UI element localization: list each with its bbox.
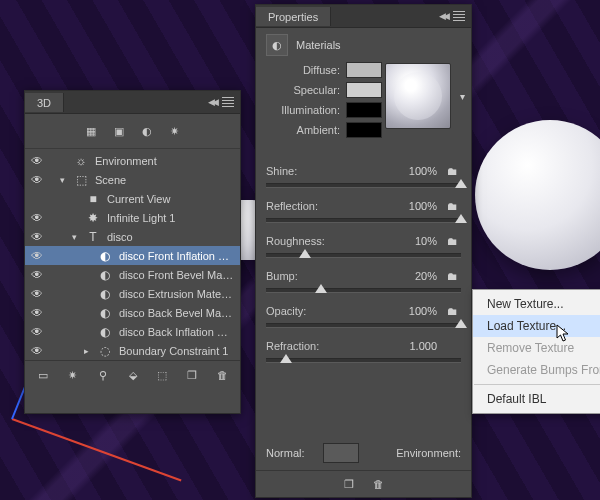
environment-node[interactable]: 👁☼Environment: [25, 151, 240, 170]
reflection-slider-thumb[interactable]: [455, 214, 467, 223]
illumination-swatch[interactable]: [346, 102, 382, 118]
constraint-node[interactable]: 👁▸◌Boundary Constraint 1: [25, 341, 240, 360]
material-node-icon: ◐: [97, 305, 113, 321]
bump-slider-block: Bump:20%🖿: [266, 270, 461, 293]
refraction-slider-thumb[interactable]: [280, 354, 292, 363]
visibility-toggle-icon[interactable]: 👁: [29, 230, 45, 244]
mesh-node-icon: T: [85, 229, 101, 245]
ambient-swatch[interactable]: [346, 122, 382, 138]
properties-section-label: Materials: [296, 39, 341, 51]
trash-icon[interactable]: 🗑: [214, 367, 230, 383]
specular-swatch[interactable]: [346, 82, 382, 98]
camera-node[interactable]: ■Current View: [25, 189, 240, 208]
disclosure-icon[interactable]: ▸: [81, 346, 91, 356]
bump-slider[interactable]: [266, 288, 461, 293]
environment-label: Environment:: [396, 447, 461, 459]
bump-slider-thumb[interactable]: [315, 284, 327, 293]
illumination-label: Illumination:: [268, 104, 340, 116]
visibility-toggle-icon[interactable]: 👁: [29, 287, 45, 301]
visibility-toggle-icon[interactable]: 👁: [29, 211, 45, 225]
opacity-texture-folder-icon[interactable]: 🖿: [443, 305, 461, 317]
opacity-value[interactable]: 100%: [389, 305, 443, 317]
opacity-slider-thumb[interactable]: [455, 319, 467, 328]
ctx-default-ibl[interactable]: Default IBL: [473, 388, 600, 410]
trash-icon[interactable]: 🗑: [371, 476, 387, 492]
add-light-icon[interactable]: ✷: [65, 367, 81, 383]
scene-node[interactable]: 👁▾⬚Scene: [25, 170, 240, 189]
mesh-node[interactable]: 👁▾Tdisco: [25, 227, 240, 246]
panel-menu-icon[interactable]: [453, 11, 465, 21]
material-node[interactable]: 👁◐disco Back Bevel Material: [25, 303, 240, 322]
shine-slider-block: Shine:100%🖿: [266, 165, 461, 188]
normal-swatch[interactable]: [323, 443, 359, 463]
new-layer-icon[interactable]: ❐: [184, 367, 200, 383]
material-preview[interactable]: [385, 63, 451, 129]
material-node[interactable]: 👁◐disco Back Inflation Mate...: [25, 322, 240, 341]
material-node-icon: ◐: [97, 324, 113, 340]
visibility-toggle-icon[interactable]: 👁: [29, 306, 45, 320]
duplicate-icon[interactable]: ❐: [341, 476, 357, 492]
light-node[interactable]: 👁✸Infinite Light 1: [25, 208, 240, 227]
collapse-panel-icon[interactable]: ◀◀: [439, 11, 447, 21]
node-label: disco Back Inflation Mate...: [119, 326, 234, 338]
bump-texture-folder-icon[interactable]: 🖿: [443, 270, 461, 282]
ctx-load-texture[interactable]: Load Texture...: [473, 315, 600, 337]
roughness-texture-folder-icon[interactable]: 🖿: [443, 235, 461, 247]
preview-preset-dropdown-icon[interactable]: ▾: [460, 91, 465, 102]
reflection-texture-folder-icon[interactable]: 🖿: [443, 200, 461, 212]
shine-slider[interactable]: [266, 183, 461, 188]
panel-tab-3d[interactable]: 3D: [25, 93, 64, 112]
add-volume-icon[interactable]: ⬙: [125, 367, 141, 383]
opacity-label: Opacity:: [266, 305, 389, 317]
material-node-icon: ◐: [97, 286, 113, 302]
material-node[interactable]: 👁◐disco Extrusion Material: [25, 284, 240, 303]
constraint-node-icon: ◌: [97, 343, 113, 359]
roughness-slider-block: Roughness:10%🖿: [266, 235, 461, 258]
materials-filter-icon[interactable]: ◐: [139, 123, 155, 139]
material-node-icon: ◐: [97, 267, 113, 283]
reflection-slider[interactable]: [266, 218, 461, 223]
node-label: disco Extrusion Material: [119, 288, 234, 300]
lights-filter-icon[interactable]: ✷: [167, 123, 183, 139]
ctx-new-texture[interactable]: New Texture...: [473, 293, 600, 315]
collapse-panel-icon[interactable]: ◀◀: [208, 97, 216, 107]
disclosure-icon[interactable]: ▾: [57, 175, 67, 185]
opacity-slider[interactable]: [266, 323, 461, 328]
roughness-value[interactable]: 10%: [389, 235, 443, 247]
material-node-icon: ◐: [97, 248, 113, 264]
bump-label: Bump:: [266, 270, 389, 282]
refraction-label: Refraction:: [266, 340, 389, 352]
shine-slider-thumb[interactable]: [455, 179, 467, 188]
visibility-toggle-icon[interactable]: 👁: [29, 325, 45, 339]
bump-value[interactable]: 20%: [389, 270, 443, 282]
panel-tab-properties[interactable]: Properties: [256, 7, 331, 26]
material-node[interactable]: 👁◐disco Front Bevel Material: [25, 265, 240, 284]
visibility-toggle-icon[interactable]: 👁: [29, 154, 45, 168]
refraction-slider[interactable]: [266, 358, 461, 363]
filter-toolbar: ▦ ▣ ◐ ✷: [25, 114, 240, 149]
disclosure-icon[interactable]: ▾: [69, 232, 79, 242]
reflection-value[interactable]: 100%: [389, 200, 443, 212]
ctx-separator: [474, 384, 600, 385]
refraction-value[interactable]: 1.000: [389, 340, 443, 352]
shine-texture-folder-icon[interactable]: 🖿: [443, 165, 461, 177]
mesh-filter-icon[interactable]: ▣: [111, 123, 127, 139]
visibility-toggle-icon[interactable]: 👁: [29, 344, 45, 358]
roughness-slider-thumb[interactable]: [299, 249, 311, 258]
node-label: Scene: [95, 174, 234, 186]
material-node[interactable]: 👁◐disco Front Inflation Mat...: [25, 246, 240, 265]
diffuse-swatch[interactable]: [346, 62, 382, 78]
add-plane-icon[interactable]: ▭: [35, 367, 51, 383]
node-label: Infinite Light 1: [107, 212, 234, 224]
visibility-toggle-icon[interactable]: 👁: [29, 173, 45, 187]
visibility-toggle-icon[interactable]: 👁: [29, 268, 45, 282]
shine-value[interactable]: 100%: [389, 165, 443, 177]
visibility-toggle-icon[interactable]: 👁: [29, 249, 45, 263]
roughness-slider[interactable]: [266, 253, 461, 258]
scene-node-icon: ⬚: [73, 172, 89, 188]
render-icon[interactable]: ⬚: [154, 367, 170, 383]
panel-menu-icon[interactable]: [222, 97, 234, 107]
environment-node-icon: ☼: [73, 153, 89, 169]
add-camera-icon[interactable]: ⚲: [95, 367, 111, 383]
scene-filter-icon[interactable]: ▦: [83, 123, 99, 139]
